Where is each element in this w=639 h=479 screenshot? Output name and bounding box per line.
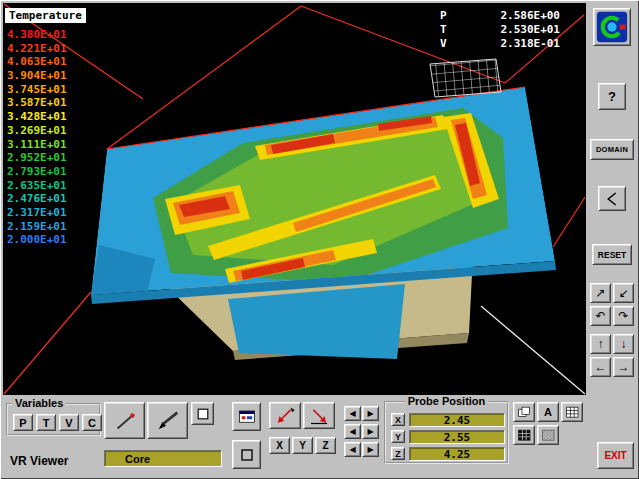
domain-button[interactable]: DOMAIN — [590, 139, 634, 160]
mesh-patch — [430, 59, 501, 97]
legend-entry: 3.904E+01 — [7, 69, 86, 83]
readout-label: P — [440, 9, 447, 23]
temperature-legend: Temperature 4.380E+01 4.221E+01 4.063E+0… — [5, 5, 86, 247]
readout-row: P 2.586E+00 — [440, 9, 560, 23]
probe-z-value-field[interactable]: 4.25 — [409, 447, 505, 461]
legend-entry: 3.745E+01 — [7, 83, 86, 97]
legend-entry: 2.952E+01 — [7, 151, 86, 165]
variable-c-button[interactable]: C — [82, 414, 102, 431]
viewport-3d[interactable]: Temperature 4.380E+01 4.221E+01 4.063E+0… — [3, 3, 586, 395]
vr-viewer-window: Temperature 4.380E+01 4.221E+01 4.063E+0… — [0, 0, 639, 479]
nav-rotate-up-button[interactable]: ↗ — [590, 283, 611, 303]
legend-entry: 2.000E+01 — [7, 233, 86, 247]
probe-angle-button[interactable] — [598, 186, 626, 211]
nav-rotate-cw-button[interactable]: ↷ — [613, 306, 634, 326]
probe-y-label: Y — [391, 430, 405, 443]
angle-probe-icon — [603, 190, 621, 208]
variable-p-button[interactable]: P — [13, 414, 33, 431]
legend-entry: 3.428E+01 — [7, 110, 86, 124]
legend-entry: 4.380E+01 — [7, 28, 86, 42]
nav-move-down-button[interactable]: ↓ — [613, 334, 634, 354]
variables-group: Variables P T V C — [6, 403, 101, 436]
probe-z-increment-button[interactable]: ▶ — [362, 442, 379, 457]
nav-rotate-ccw-button[interactable]: ↶ — [590, 306, 611, 326]
probe-y-increment-button[interactable]: ▶ — [362, 424, 379, 439]
annotate-button[interactable]: A — [537, 402, 559, 422]
probe-z-decrement-button[interactable]: ◀ — [344, 442, 361, 457]
app-title-label: VR Viewer — [10, 454, 68, 468]
variable-t-button[interactable]: T — [36, 414, 56, 431]
pen-tool-button[interactable] — [147, 402, 188, 439]
probe-readout: P 2.586E+00 T 2.530E+01 V 2.318E-01 — [440, 9, 560, 51]
legend-entry: 3.587E+01 — [7, 96, 86, 110]
move-probe-button[interactable] — [269, 402, 301, 429]
axis-y-button[interactable]: Y — [292, 437, 313, 454]
legend-entry: 3.111E+01 — [7, 138, 86, 152]
red-arrow-down-right-icon — [307, 405, 331, 426]
nav-move-up-button[interactable]: ↑ — [590, 334, 611, 354]
variable-v-button[interactable]: V — [59, 414, 79, 431]
legend-entry: 2.635E+01 — [7, 179, 86, 193]
legend-entry: 4.221E+01 — [7, 42, 86, 56]
readout-value: 2.318E-01 — [500, 37, 560, 51]
nav-move-right-button[interactable]: → — [613, 357, 634, 377]
probe-z-label: Z — [391, 447, 405, 460]
place-probe-button[interactable] — [303, 402, 335, 429]
copy-view-button[interactable] — [513, 402, 535, 422]
nav-move-left-button[interactable]: ← — [590, 357, 611, 377]
readout-row: V 2.318E-01 — [440, 37, 560, 51]
outline-square-icon — [237, 445, 257, 465]
probe-position-title: Probe Position — [405, 395, 489, 407]
legend-entries: 4.380E+01 4.221E+01 4.063E+01 3.904E+01 … — [5, 28, 86, 247]
hatch-icon — [540, 428, 556, 443]
marker-tool-button[interactable] — [191, 402, 214, 425]
probe-x-increment-button[interactable]: ▶ — [362, 406, 379, 421]
probe-pointer-icon — [110, 408, 140, 434]
grid-toggle-button[interactable] — [561, 402, 583, 422]
logo-button[interactable] — [593, 8, 631, 46]
legend-entry: 2.793E+01 — [7, 165, 86, 179]
readout-value: 2.586E+00 — [500, 9, 560, 23]
plot-window-button[interactable] — [232, 402, 261, 431]
square-marker-icon — [195, 406, 211, 422]
readout-row: T 2.530E+01 — [440, 23, 560, 37]
probe-x-value-field[interactable]: 2.45 — [409, 413, 505, 427]
wireframe-toggle-button[interactable] — [537, 425, 559, 445]
axis-x-button[interactable]: X — [269, 437, 290, 454]
control-panel: Variables P T V C VR Viewer Core — [3, 397, 636, 476]
nav-rotate-down-button[interactable]: ↙ — [613, 283, 634, 303]
cham-logo-icon — [596, 11, 628, 43]
sidebar: ? DOMAIN RESET ↗ ↙ ↶ ↷ ↑ ↓ ← → — [588, 3, 636, 395]
help-button[interactable]: ? — [598, 83, 626, 110]
probe-y-value-field[interactable]: 2.55 — [409, 430, 505, 444]
select-region-button[interactable] — [232, 440, 261, 469]
legend-entry: 4.063E+01 — [7, 55, 86, 69]
readout-label: T — [440, 23, 447, 37]
legend-entry: 2.159E+01 — [7, 220, 86, 234]
legend-entry: 3.269E+01 — [7, 124, 86, 138]
mesh-toggle-button[interactable] — [513, 425, 535, 445]
scene-3d — [3, 3, 586, 395]
legend-title: Temperature — [5, 8, 86, 23]
probe-x-label: X — [391, 413, 405, 426]
legend-entry: 2.317E+01 — [7, 206, 86, 220]
red-arrow-down-left-icon — [273, 405, 297, 426]
axis-z-button[interactable]: Z — [315, 437, 336, 454]
readout-value: 2.530E+01 — [500, 23, 560, 37]
window-icon — [236, 408, 258, 426]
dark-grid-icon — [516, 428, 532, 443]
variables-group-title: Variables — [12, 397, 66, 409]
object-selector[interactable]: Core — [104, 450, 222, 467]
copy-icon — [516, 405, 532, 420]
exit-button[interactable]: EXIT — [597, 442, 634, 469]
white-edge-line — [481, 306, 585, 394]
probe-tool-button[interactable] — [104, 402, 145, 439]
grid-icon — [564, 405, 580, 420]
reset-view-button[interactable]: RESET — [592, 244, 632, 265]
readout-label: V — [440, 37, 447, 51]
probe-y-decrement-button[interactable]: ◀ — [344, 424, 361, 439]
probe-position-group: Probe Position X 2.45 Y 2.55 Z 4.25 — [384, 401, 509, 464]
pen-icon — [153, 408, 183, 434]
probe-x-decrement-button[interactable]: ◀ — [344, 406, 361, 421]
legend-entry: 2.476E+01 — [7, 192, 86, 206]
